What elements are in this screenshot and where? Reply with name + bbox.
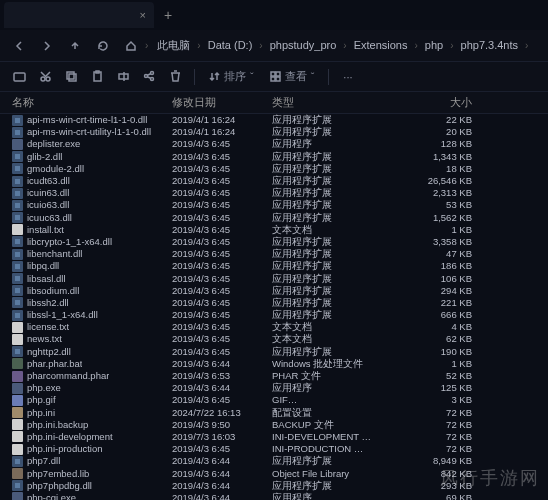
cut-icon[interactable]	[34, 66, 56, 88]
file-row[interactable]: libpq.dll2019/4/3 6:45应用程序扩展186 KB	[0, 260, 548, 272]
file-row[interactable]: php7embed.lib2019/4/3 6:44Object File Li…	[0, 467, 548, 479]
breadcrumb-item[interactable]: php	[419, 36, 449, 54]
file-row[interactable]: icuio63.dll2019/4/3 6:45应用程序扩展53 KB	[0, 199, 548, 211]
file-size: 3,358 KB	[412, 236, 472, 248]
file-date: 2019/4/3 6:45	[172, 285, 272, 297]
file-size: 842 KB	[412, 468, 472, 480]
txt-icon	[12, 419, 23, 430]
file-type: 文本文档	[272, 333, 412, 345]
file-row[interactable]: php-cgi.exe2019/4/3 6:44应用程序69 KB	[0, 492, 548, 500]
file-row[interactable]: php7phpdbg.dll2019/4/3 6:44应用程序扩展293 KB	[0, 480, 548, 492]
file-row[interactable]: glib-2.dll2019/4/3 6:45应用程序扩展1,343 KB	[0, 151, 548, 163]
svg-rect-11	[271, 72, 275, 76]
file-size: 1 KB	[412, 358, 472, 370]
file-size: 2,313 KB	[412, 187, 472, 199]
file-row[interactable]: libssl-1_1-x64.dll2019/4/3 6:45应用程序扩展666…	[0, 309, 548, 321]
exe-icon	[12, 139, 23, 150]
file-row[interactable]: gmodule-2.dll2019/4/3 6:45应用程序扩展18 KB	[0, 163, 548, 175]
rename-icon[interactable]	[112, 66, 134, 88]
file-type: BACKUP 文件	[272, 419, 412, 431]
dll-icon	[12, 261, 23, 272]
divider	[194, 69, 195, 85]
file-row[interactable]: news.txt2019/4/3 6:45文本文档62 KB	[0, 333, 548, 345]
file-row[interactable]: php.ini2024/7/22 16:13配置设置72 KB	[0, 407, 548, 419]
window-tab[interactable]: ×	[4, 2, 154, 28]
file-row[interactable]: api-ms-win-crt-utility-l1-1-0.dll2019/4/…	[0, 126, 548, 138]
file-name: icuuc63.dll	[27, 212, 72, 224]
file-type: 应用程序扩展	[272, 455, 412, 467]
more-button[interactable]: ···	[337, 71, 358, 83]
file-row[interactable]: libsodium.dll2019/4/3 6:45应用程序扩展294 KB	[0, 285, 548, 297]
sort-button[interactable]: 排序ˇ	[203, 69, 260, 84]
file-row[interactable]: php.exe2019/4/3 6:44应用程序125 KB	[0, 382, 548, 394]
file-type: 应用程序扩展	[272, 260, 412, 272]
file-row[interactable]: php.ini-production2019/4/3 6:45INI-PRODU…	[0, 443, 548, 455]
paste-icon[interactable]	[86, 66, 108, 88]
file-row[interactable]: icuin63.dll2019/4/3 6:45应用程序扩展2,313 KB	[0, 187, 548, 199]
file-row[interactable]: deplister.exe2019/4/3 6:45应用程序128 KB	[0, 138, 548, 150]
dll-icon	[12, 200, 23, 211]
new-tab-button[interactable]: +	[154, 7, 182, 23]
file-row[interactable]: libssh2.dll2019/4/3 6:45应用程序扩展221 KB	[0, 297, 548, 309]
dll-icon	[12, 127, 23, 138]
file-row[interactable]: license.txt2019/4/3 6:45文本文档4 KB	[0, 321, 548, 333]
file-type: 应用程序扩展	[272, 285, 412, 297]
file-name: phar.phar.bat	[27, 358, 82, 370]
file-row[interactable]: icuuc63.dll2019/4/3 6:45应用程序扩展1,562 KB	[0, 212, 548, 224]
file-row[interactable]: icudt63.dll2019/4/3 6:45应用程序扩展26,546 KB	[0, 175, 548, 187]
file-type: GIF…	[272, 394, 412, 406]
file-type: INI-DEVELOPMENT …	[272, 431, 412, 443]
col-type[interactable]: 类型	[272, 95, 412, 110]
view-label: 查看	[285, 69, 307, 84]
file-size: 72 KB	[412, 407, 472, 419]
file-name: php.ini-production	[27, 443, 103, 455]
refresh-button[interactable]	[92, 35, 114, 57]
file-row[interactable]: php.ini.backup2019/4/3 9:50BACKUP 文件72 K…	[0, 419, 548, 431]
col-name[interactable]: 名称	[12, 95, 172, 110]
file-row[interactable]: api-ms-win-crt-time-l1-1-0.dll2019/4/1 1…	[0, 114, 548, 126]
file-row[interactable]: php.gif2019/4/3 6:45GIF…3 KB	[0, 394, 548, 406]
back-button[interactable]	[8, 35, 30, 57]
copy-icon[interactable]	[60, 66, 82, 88]
file-row[interactable]: phar.phar.bat2019/4/3 6:44Windows 批处理文件1…	[0, 358, 548, 370]
breadcrumb-item[interactable]: Extensions	[348, 36, 414, 54]
file-date: 2019/4/3 6:44	[172, 492, 272, 500]
share-icon[interactable]	[138, 66, 160, 88]
breadcrumb-item[interactable]: Data (D:)	[202, 36, 259, 54]
file-row[interactable]: php.ini-development2019/7/3 16:03INI-DEV…	[0, 431, 548, 443]
file-name: install.txt	[27, 224, 64, 236]
file-name: php7embed.lib	[27, 468, 89, 480]
delete-icon[interactable]	[164, 66, 186, 88]
file-type: 应用程序扩展	[272, 199, 412, 211]
forward-button[interactable]	[36, 35, 58, 57]
php-icon	[12, 395, 23, 406]
chevron-right-icon: ›	[449, 40, 454, 51]
home-icon[interactable]	[120, 35, 142, 57]
file-type: 应用程序扩展	[272, 309, 412, 321]
col-date[interactable]: 修改日期	[172, 95, 272, 110]
up-button[interactable]	[64, 35, 86, 57]
file-row[interactable]: libsasl.dll2019/4/3 6:45应用程序扩展106 KB	[0, 272, 548, 284]
file-size: 18 KB	[412, 163, 472, 175]
file-name: libssh2.dll	[27, 297, 69, 309]
file-row[interactable]: install.txt2019/4/3 6:45文本文档1 KB	[0, 224, 548, 236]
view-button[interactable]: 查看ˇ	[264, 69, 321, 84]
file-size: 106 KB	[412, 273, 472, 285]
file-date: 2019/4/3 6:45	[172, 163, 272, 175]
file-row[interactable]: php7.dll2019/4/3 6:44应用程序扩展8,949 KB	[0, 455, 548, 467]
dll-icon	[12, 456, 23, 467]
file-name: api-ms-win-crt-utility-l1-1-0.dll	[27, 126, 151, 138]
file-row[interactable]: libcrypto-1_1-x64.dll2019/4/3 6:45应用程序扩展…	[0, 236, 548, 248]
close-icon[interactable]: ×	[140, 9, 146, 21]
file-date: 2019/4/3 6:45	[172, 346, 272, 358]
file-row[interactable]: pharcommand.phar2019/4/3 6:53PHAR 文件52 K…	[0, 370, 548, 382]
breadcrumb-item[interactable]: phpstudy_pro	[264, 36, 343, 54]
file-date: 2019/4/1 16:24	[172, 114, 272, 126]
file-size: 47 KB	[412, 248, 472, 260]
col-size[interactable]: 大小	[412, 95, 472, 110]
file-row[interactable]: nghttp2.dll2019/4/3 6:45应用程序扩展190 KB	[0, 346, 548, 358]
breadcrumb-item[interactable]: 此电脑	[151, 36, 196, 54]
file-row[interactable]: libenchant.dll2019/4/3 6:45应用程序扩展47 KB	[0, 248, 548, 260]
breadcrumb-item[interactable]: php7.3.4nts	[455, 36, 525, 54]
new-folder-icon[interactable]	[8, 66, 30, 88]
